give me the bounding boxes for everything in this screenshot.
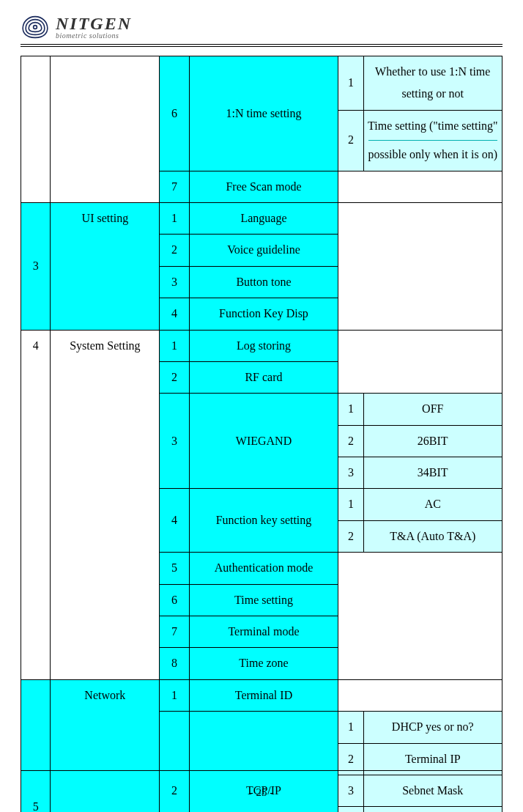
table-row: 5 Network 1 Terminal ID — [21, 679, 502, 711]
cell-num: 4 — [160, 298, 189, 330]
cell-subtext: OFF — [363, 394, 502, 425]
svg-point-0 — [34, 26, 37, 29]
cell-subnum: 2 — [338, 425, 363, 457]
header-rule-2 — [21, 46, 502, 47]
inner-divider — [368, 140, 497, 141]
cell-label: Function Key Disp — [189, 298, 338, 330]
cell-label: Log storing — [189, 330, 338, 361]
cell-num: 8 — [160, 648, 189, 679]
cell-subtext: Whether to use 1:N time setting or not — [363, 56, 502, 111]
logo-text: NITGEN biometric solutions — [56, 15, 132, 40]
cell-subtext: AC — [363, 489, 502, 520]
cell-label: Time zone — [189, 648, 338, 679]
cell-section: UI setting — [51, 202, 160, 330]
fingerprint-icon — [21, 15, 50, 40]
footer-rule — [21, 770, 502, 771]
cell-subnum: 1 — [338, 394, 363, 425]
cell-subnum: 1 — [338, 489, 363, 520]
cell-label: Function key setting — [189, 489, 338, 553]
cell-subtext: 26BIT — [363, 425, 502, 457]
page-number: - 25 - — [0, 786, 523, 799]
cell-subnum: 1 — [338, 712, 363, 743]
logo-area: NITGEN biometric solutions — [21, 15, 502, 40]
cell-subtext: Gateway — [363, 807, 502, 812]
cell-blank — [51, 56, 160, 203]
table-row: 4 System Setting 1 Log storing — [21, 330, 502, 361]
cell-blank — [338, 202, 502, 330]
cell-num: 6 — [160, 584, 189, 616]
cell-label: WIEGAND — [189, 394, 338, 489]
cell-subnum: 2 — [338, 110, 363, 171]
cell-num: 5 — [160, 553, 189, 584]
cell-num: 1 — [160, 330, 189, 361]
cell-num: 3 — [160, 394, 189, 489]
cell-label: Authentication mode — [189, 553, 338, 584]
cell-num: 4 — [160, 489, 189, 553]
logo-tagline: biometric solutions — [56, 32, 132, 40]
cell-num: 7 — [160, 171, 189, 202]
cell-num: 7 — [160, 616, 189, 648]
cell-label: Terminal mode — [189, 616, 338, 648]
cell-section: System Setting — [51, 330, 160, 679]
cell-label: Voice guideline — [189, 235, 338, 266]
cell-blank — [338, 679, 502, 711]
cell-blank — [21, 56, 51, 203]
cell-label: Time setting — [189, 584, 338, 616]
cell-num: 1 — [160, 202, 189, 234]
cell-label: Free Scan mode — [189, 171, 338, 202]
cell-blank — [338, 553, 502, 680]
table-row: 6 1:N time setting 1 Whether to use 1:N … — [21, 56, 502, 111]
header-rule-1 — [21, 44, 502, 45]
cell-blank — [338, 171, 502, 202]
cell-subnum: 3 — [338, 457, 363, 489]
cell-num: 2 — [160, 235, 189, 266]
cell-subtext: DHCP yes or no? — [363, 712, 502, 743]
cell-label: Language — [189, 202, 338, 234]
cell-subnum: 4 — [338, 807, 363, 812]
cell-num: 1 — [160, 679, 189, 711]
cell-num: 2 — [160, 361, 189, 393]
cell-label: Terminal ID — [189, 679, 338, 711]
cell-subnum: 2 — [338, 520, 363, 552]
cell-label: Button tone — [189, 266, 338, 298]
cell-subtext: T&A (Auto T&A) — [363, 520, 502, 552]
cell-subtext: Time setting ("time setting" possible on… — [363, 110, 502, 171]
cell-label: RF card — [189, 361, 338, 393]
cell-label: 1:N time setting — [189, 56, 338, 171]
menu-table: 6 1:N time setting 1 Whether to use 1:N … — [21, 56, 502, 812]
cell-num: 3 — [21, 202, 51, 330]
text-part: possible only when it is on) — [368, 148, 497, 160]
cell-subnum: 1 — [338, 56, 363, 111]
cell-blank — [338, 330, 502, 394]
cell-num: 4 — [21, 330, 51, 679]
cell-subtext: 34BIT — [363, 457, 502, 489]
cell-num: 6 — [160, 56, 189, 171]
logo-name: NITGEN — [56, 15, 132, 32]
text-part: Time setting ("time setting" — [368, 119, 497, 132]
page: NITGEN biometric solutions 6 1:N time se… — [0, 0, 523, 812]
cell-num: 3 — [160, 266, 189, 298]
table-row: 3 UI setting 1 Language — [21, 202, 502, 234]
